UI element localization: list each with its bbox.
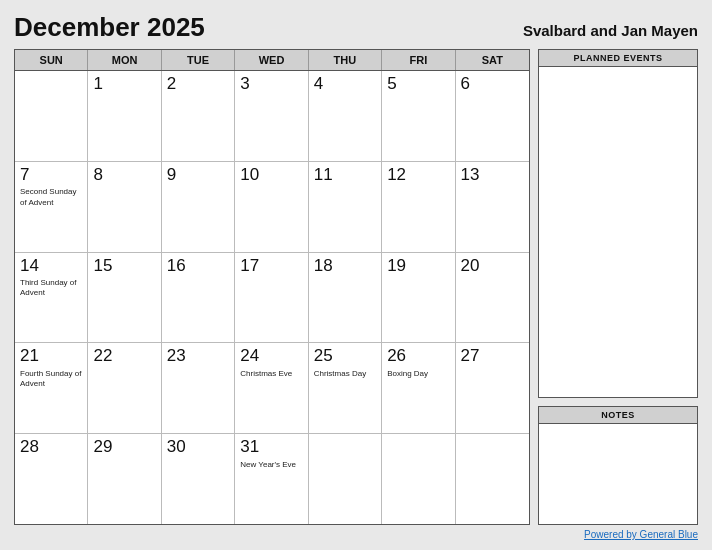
calendar-body: 1234567Second Sunday of Advent8910111213… [15,71,529,524]
day-event: New Year's Eve [240,460,296,470]
calendar-day [15,71,88,161]
calendar-day: 14Third Sunday of Advent [15,253,88,343]
day-number: 25 [314,346,333,366]
calendar-day: 2 [162,71,235,161]
calendar-day: 20 [456,253,529,343]
planned-events-content [539,67,697,397]
day-of-week-label: SAT [456,50,529,70]
day-event: Fourth Sunday of Advent [20,369,82,390]
day-number: 15 [93,256,112,276]
day-number: 13 [461,165,480,185]
day-number: 30 [167,437,186,457]
day-number: 16 [167,256,186,276]
planned-events-title: PLANNED EVENTS [539,50,697,67]
notes-box: NOTES [538,406,698,525]
day-number: 23 [167,346,186,366]
calendar-day: 5 [382,71,455,161]
calendar: SUNMONTUEWEDTHUFRISAT 1234567Second Sund… [14,49,530,525]
calendar-day: 24Christmas Eve [235,343,308,433]
calendar-day: 30 [162,434,235,524]
calendar-day: 17 [235,253,308,343]
calendar-day: 1 [88,71,161,161]
region-name: Svalbard and Jan Mayen [523,22,698,39]
day-of-week-label: FRI [382,50,455,70]
day-number: 8 [93,165,102,185]
calendar-day: 31New Year's Eve [235,434,308,524]
planned-events-box: PLANNED EVENTS [538,49,698,398]
calendar-day: 25Christmas Day [309,343,382,433]
day-event: Christmas Day [314,369,366,379]
day-number: 14 [20,256,39,276]
day-number: 19 [387,256,406,276]
powered-by-link[interactable]: Powered by General Blue [584,529,698,540]
day-of-week-label: WED [235,50,308,70]
day-number: 9 [167,165,176,185]
calendar-day: 23 [162,343,235,433]
calendar-day: 22 [88,343,161,433]
day-number: 6 [461,74,470,94]
day-number: 1 [93,74,102,94]
day-number: 5 [387,74,396,94]
day-event: Christmas Eve [240,369,292,379]
day-of-week-label: SUN [15,50,88,70]
day-number: 24 [240,346,259,366]
main-content: SUNMONTUEWEDTHUFRISAT 1234567Second Sund… [14,49,698,525]
calendar-day: 7Second Sunday of Advent [15,162,88,252]
day-number: 26 [387,346,406,366]
header: December 2025 Svalbard and Jan Mayen [14,12,698,43]
day-number: 31 [240,437,259,457]
calendar-week: 21Fourth Sunday of Advent222324Christmas… [15,343,529,434]
calendar-day: 11 [309,162,382,252]
calendar-day: 27 [456,343,529,433]
calendar-day: 8 [88,162,161,252]
calendar-day [309,434,382,524]
day-number: 2 [167,74,176,94]
notes-title: NOTES [539,407,697,424]
notes-content [539,424,697,524]
calendar-day: 21Fourth Sunday of Advent [15,343,88,433]
calendar-day: 26Boxing Day [382,343,455,433]
calendar-day: 16 [162,253,235,343]
day-event: Third Sunday of Advent [20,278,82,299]
calendar-week: 14Third Sunday of Advent151617181920 [15,253,529,344]
day-number: 18 [314,256,333,276]
calendar-week: 28293031New Year's Eve [15,434,529,524]
calendar-day: 9 [162,162,235,252]
calendar-week: 7Second Sunday of Advent8910111213 [15,162,529,253]
calendar-day: 12 [382,162,455,252]
calendar-week: 123456 [15,71,529,162]
sidebar: PLANNED EVENTS NOTES [538,49,698,525]
calendar-day: 3 [235,71,308,161]
day-number: 7 [20,165,29,185]
calendar-day [456,434,529,524]
day-of-week-label: TUE [162,50,235,70]
day-number: 21 [20,346,39,366]
day-number: 4 [314,74,323,94]
day-number: 11 [314,165,333,185]
calendar-header: SUNMONTUEWEDTHUFRISAT [15,50,529,71]
calendar-day [382,434,455,524]
day-number: 10 [240,165,259,185]
day-number: 12 [387,165,406,185]
footer: Powered by General Blue [14,529,698,540]
calendar-day: 4 [309,71,382,161]
day-event: Second Sunday of Advent [20,187,82,208]
calendar-day: 6 [456,71,529,161]
calendar-day: 10 [235,162,308,252]
page: December 2025 Svalbard and Jan Mayen SUN… [0,0,712,550]
day-number: 28 [20,437,39,457]
day-number: 3 [240,74,249,94]
calendar-day: 18 [309,253,382,343]
calendar-day: 15 [88,253,161,343]
day-number: 22 [93,346,112,366]
calendar-day: 28 [15,434,88,524]
day-of-week-label: THU [309,50,382,70]
day-number: 20 [461,256,480,276]
calendar-title: December 2025 [14,12,205,43]
calendar-day: 19 [382,253,455,343]
day-number: 17 [240,256,259,276]
day-event: Boxing Day [387,369,428,379]
day-number: 29 [93,437,112,457]
calendar-day: 13 [456,162,529,252]
calendar-day: 29 [88,434,161,524]
